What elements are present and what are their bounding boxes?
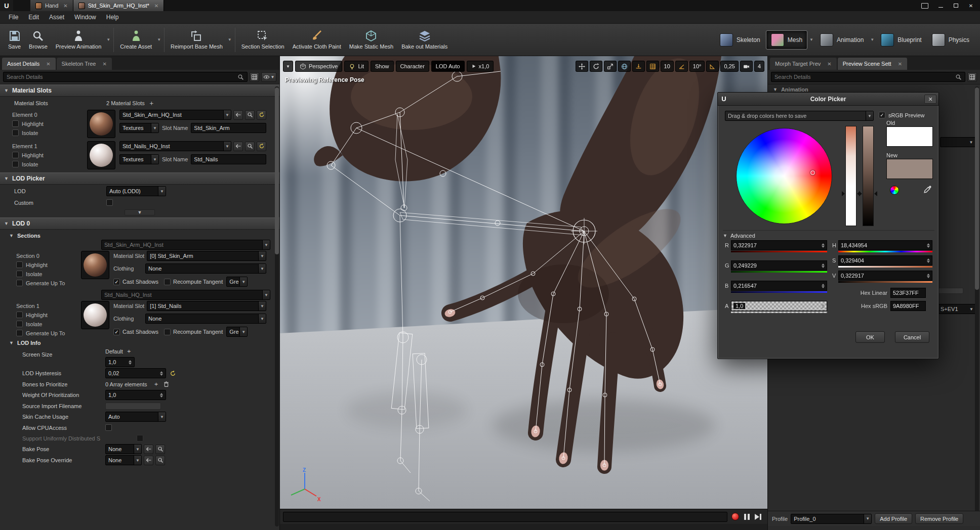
textures-dropdown[interactable]: Textures ▼: [119, 123, 159, 133]
section-selection-button[interactable]: Section Selection: [237, 28, 289, 52]
trash-icon[interactable]: [161, 379, 171, 389]
search-input[interactable]: Search Details: [771, 72, 965, 82]
spinner[interactable]: [820, 243, 825, 248]
record-button[interactable]: [731, 513, 739, 520]
slot-name-input[interactable]: Std_Skin_Arm: [191, 123, 266, 133]
reset-icon[interactable]: [257, 110, 266, 120]
spinner[interactable]: [925, 258, 930, 263]
a-channel-input[interactable]: 1,0: [731, 301, 827, 311]
tab-preview-scene-settings[interactable]: Preview Scene Sett ✕: [838, 58, 907, 70]
exposure-dropdown-fragment[interactable]: S+EV1 ▼: [938, 304, 975, 314]
spinner[interactable]: [820, 263, 825, 268]
textures-dropdown[interactable]: Textures ▼: [119, 154, 159, 164]
3d-viewport[interactable]: ▼ Perspective Lit Show Character LOD Aut…: [280, 56, 767, 530]
v-channel-input[interactable]: 0,322917: [838, 271, 932, 281]
mode-blueprint[interactable]: Blueprint: [876, 31, 926, 49]
use-selected-icon[interactable]: [233, 142, 243, 151]
use-selected-icon[interactable]: [233, 110, 243, 120]
slider-handle[interactable]: [842, 191, 845, 196]
add-material-slot-icon[interactable]: ＋: [147, 98, 156, 108]
clothing-dropdown[interactable]: None ▼: [145, 314, 266, 324]
slot-name-input[interactable]: Std_Nails: [191, 154, 266, 164]
advanced-expander[interactable]: ▼ Advanced: [723, 230, 934, 239]
translate-tool-button[interactable]: [576, 61, 588, 72]
menu-help[interactable]: Help: [102, 12, 124, 23]
remove-profile-button[interactable]: Remove Profile: [915, 513, 963, 524]
browse-to-asset-icon[interactable]: [245, 110, 255, 120]
browse-to-asset-icon[interactable]: [155, 445, 165, 454]
preview-animation-button[interactable]: Preview Animation: [52, 28, 106, 52]
generate-up-to-checkbox[interactable]: [16, 330, 23, 336]
layout-icon[interactable]: [921, 3, 928, 9]
view-options-icon[interactable]: [967, 72, 977, 82]
scrollbar-thumb[interactable]: [975, 87, 979, 290]
color-wheel[interactable]: [736, 128, 832, 224]
rotation-snap-value[interactable]: 10°: [689, 61, 705, 72]
save-button[interactable]: Save: [4, 28, 25, 52]
weight-input[interactable]: 1,0: [105, 390, 166, 400]
color-wheel-selector[interactable]: [810, 170, 815, 175]
create-asset-button[interactable]: Create Asset: [116, 28, 156, 52]
section-thumbnail[interactable]: [81, 301, 109, 329]
chevron-down-icon[interactable]: ▼: [156, 37, 162, 42]
hex-srgb-input[interactable]: 9A8980FF: [890, 301, 926, 311]
g-channel-input[interactable]: 0,249229: [731, 260, 827, 271]
tab-morph-target-preview[interactable]: Morph Target Prev ✕: [770, 58, 837, 70]
b-channel-input[interactable]: 0,216547: [731, 281, 827, 291]
spinner[interactable]: [158, 393, 163, 398]
clothing-dropdown[interactable]: None ▼: [145, 263, 266, 274]
mode-skeleton[interactable]: Skeleton: [715, 31, 765, 49]
close-icon[interactable]: ✕: [827, 61, 831, 67]
asset-tab-hand[interactable]: Hand ✕: [30, 0, 73, 11]
isolate-checkbox[interactable]: [12, 129, 19, 136]
cancel-button[interactable]: Cancel: [895, 331, 929, 343]
make-static-mesh-button[interactable]: Make Static Mesh: [345, 28, 397, 52]
close-icon[interactable]: ✕: [63, 3, 67, 9]
tangent-channel-dropdown[interactable]: Gre ▼: [226, 327, 248, 337]
lit-button[interactable]: Lit: [344, 61, 369, 72]
menu-file[interactable]: File: [4, 12, 23, 23]
pause-button[interactable]: [744, 514, 750, 520]
sections-subheader[interactable]: ▼ Sections: [9, 233, 279, 239]
material-slot-dropdown[interactable]: [1] Std_Nails ▼: [147, 301, 266, 311]
rotate-tool-button[interactable]: [590, 61, 602, 72]
playback-speed-button[interactable]: x1,0: [467, 61, 494, 72]
reset-icon[interactable]: [257, 142, 266, 151]
camera-speed-value[interactable]: 4: [754, 61, 764, 72]
h-channel-input[interactable]: 18,434954: [838, 240, 932, 250]
category-material-slots[interactable]: ▼ Material Slots: [0, 84, 279, 97]
scale-snap-value[interactable]: 0,25: [720, 61, 738, 72]
bake-pose-dropdown[interactable]: None ▼: [105, 444, 142, 454]
isolate-checkbox[interactable]: [12, 161, 19, 167]
section-material-combo-dim[interactable]: Std_Skin_Arm_HQ_Inst ▼: [101, 240, 270, 250]
search-input[interactable]: Search Details: [3, 72, 248, 82]
grid-snap-value[interactable]: 10: [661, 61, 674, 72]
eye-filter-icon[interactable]: ▼: [261, 72, 276, 82]
scale-tool-button[interactable]: [604, 61, 617, 72]
lod-dropdown[interactable]: Auto (LOD0) ▼: [106, 186, 166, 196]
spinner[interactable]: [158, 371, 163, 376]
hex-linear-input[interactable]: 523F37FF: [890, 288, 926, 298]
ok-button[interactable]: OK: [855, 331, 885, 343]
slider-handle[interactable]: [874, 191, 877, 196]
skin-cache-dropdown[interactable]: Auto ▼: [105, 412, 166, 422]
show-button[interactable]: Show: [371, 61, 394, 72]
add-array-element-icon[interactable]: ＋: [153, 380, 159, 388]
world-local-toggle-button[interactable]: [618, 61, 631, 72]
add-profile-button[interactable]: Add Profile: [875, 513, 912, 524]
spinner[interactable]: [820, 284, 825, 288]
spinner[interactable]: [127, 360, 132, 365]
tangent-channel-dropdown[interactable]: Gre ▼: [226, 277, 248, 287]
tab-asset-details[interactable]: Asset Details ✕: [2, 58, 56, 70]
chevron-down-icon[interactable]: ▼: [105, 37, 111, 42]
s-channel-input[interactable]: 0,329404: [838, 255, 932, 266]
menu-edit[interactable]: Edit: [24, 12, 44, 23]
highlight-checkbox[interactable]: [16, 261, 23, 268]
bake-pose-override-dropdown[interactable]: None ▼: [105, 455, 142, 465]
activate-cloth-paint-button[interactable]: Activate Cloth Paint: [289, 28, 345, 52]
viewport-options-button[interactable]: ▼: [283, 61, 293, 72]
saved-colors-dropdown[interactable]: Drag & drop colors here to save ▼: [725, 111, 874, 121]
scrollbar-thumb[interactable]: [275, 87, 279, 254]
lod-auto-button[interactable]: LOD Auto: [431, 61, 465, 72]
advanced-expander-icon[interactable]: ▼: [125, 209, 155, 215]
